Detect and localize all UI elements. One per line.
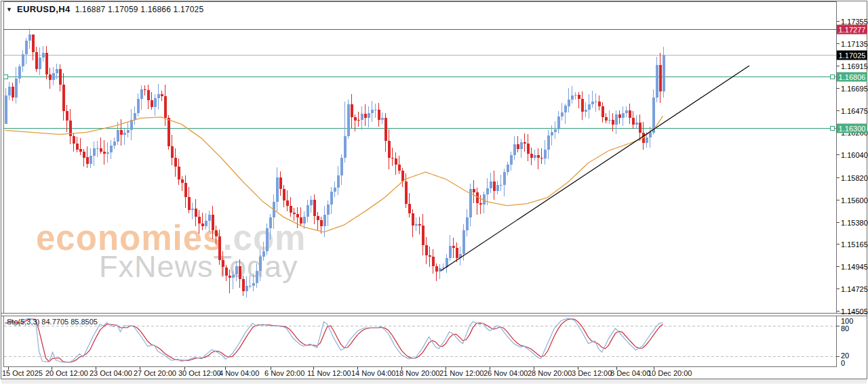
candle-body [374, 110, 377, 110]
candle-body [157, 94, 160, 99]
candle-body [188, 197, 191, 210]
candle-body [357, 120, 360, 121]
candle-body [232, 275, 235, 278]
candle-body [117, 130, 119, 141]
candle-body [547, 135, 550, 150]
candle-body [123, 133, 126, 135]
price-axis-label: 1.15165 [841, 240, 868, 249]
main-pane-border [4, 2, 837, 314]
candle-body [351, 104, 353, 118]
candle-body [364, 114, 367, 118]
support-line-1-handle[interactable] [3, 74, 7, 79]
candle-body [215, 230, 218, 237]
time-axis-label: 14 Nov 04:00 [351, 369, 395, 377]
trendline[interactable] [441, 66, 749, 271]
candle-body [378, 110, 380, 121]
candle-body [239, 266, 241, 280]
candle-body [608, 120, 611, 121]
candle-body [56, 69, 58, 74]
candle-body [161, 94, 163, 97]
candlestick-series [5, 28, 665, 297]
candle-body [384, 118, 387, 142]
support-line-1-tag: 1.16806 [837, 72, 867, 82]
stoch-scale-label: 80 [841, 324, 849, 333]
candle-body [62, 85, 65, 111]
candle-body [585, 110, 587, 112]
time-axis-label: 15 Oct 2025 [2, 369, 43, 377]
candle-body [137, 99, 140, 113]
moving-average-line[interactable] [5, 116, 663, 232]
candle-body [439, 268, 441, 272]
candle-body [656, 65, 658, 98]
time-axis-label: 23 Oct 04:00 [90, 369, 132, 377]
price-axis-label: 1.16915 [841, 62, 868, 70]
candle-body [100, 148, 102, 152]
candle-body [574, 95, 577, 95]
candle-body [15, 79, 18, 98]
support-line-2-tag: 1.16300 [837, 124, 867, 133]
support-line-1-handle[interactable] [830, 74, 834, 79]
candle-body [618, 114, 621, 117]
price-axis-label: 1.14505 [841, 307, 868, 316]
price-tag-text: 1.17025 [839, 51, 866, 60]
candle-body [652, 98, 655, 132]
candle-body [449, 246, 452, 258]
candle-body [571, 95, 574, 100]
price-axis: 1.173551.171351.169151.166951.164751.162… [837, 18, 868, 316]
candle-body [500, 185, 502, 186]
candle-body [635, 123, 638, 124]
price-axis-label: 1.14945 [841, 263, 868, 271]
candle-body [591, 102, 594, 104]
candle-body [276, 177, 279, 202]
chart-title: ▼ EURUSD,H4 1.16887 1.17059 1.16866 1.17… [6, 4, 203, 14]
candle-body [632, 118, 635, 125]
candle-body [18, 66, 21, 78]
time-axis-label: 26 Nov 04:00 [484, 369, 528, 377]
candle-body [300, 217, 302, 223]
candle-body [83, 152, 85, 158]
candle-body [76, 144, 79, 149]
candle-body [164, 96, 167, 118]
candle-body [327, 205, 330, 215]
price-axis-label: 1.15600 [841, 196, 868, 205]
candle-body [103, 152, 106, 154]
candle-body [293, 213, 296, 214]
candle-body [415, 224, 418, 226]
candle-body [639, 123, 642, 132]
window-border [1, 1, 867, 379]
chart-canvas[interactable]: 1.173551.171351.169151.166951.164751.162… [0, 0, 868, 384]
candle-body [310, 200, 313, 205]
time-axis-label: 21 Nov 12:00 [439, 369, 484, 377]
candle-body [629, 110, 631, 118]
candle-body [510, 155, 513, 165]
candle-body [659, 65, 662, 91]
price-axis-label: 1.17355 [841, 18, 868, 26]
sub-pane-border [4, 316, 837, 367]
candle-body [408, 204, 411, 213]
candle-body [513, 144, 516, 155]
candle-body [45, 53, 48, 74]
candle-body [595, 102, 597, 102]
candle-body [561, 112, 564, 116]
candle-body [493, 182, 496, 191]
candle-body [395, 158, 397, 165]
candle-body [605, 117, 608, 121]
price-tag-text: 1.17277 [839, 26, 866, 34]
candle-body [208, 215, 211, 221]
candle-body [473, 189, 475, 192]
candle-body [171, 146, 174, 158]
candle-body [154, 98, 157, 107]
candle-body [120, 130, 123, 135]
candle-body [8, 87, 11, 95]
candle-body [429, 255, 431, 257]
candle-body [313, 200, 316, 216]
candle-body [127, 130, 130, 133]
support-line-2-handle[interactable] [830, 126, 834, 130]
candle-body [195, 209, 197, 217]
candle-body [12, 87, 14, 98]
chevron-down-icon[interactable]: ▼ [6, 5, 12, 14]
chart-frame [1, 1, 867, 379]
candle-body [167, 118, 170, 146]
price-axis-label: 1.15380 [841, 219, 868, 227]
candle-body [242, 279, 245, 291]
